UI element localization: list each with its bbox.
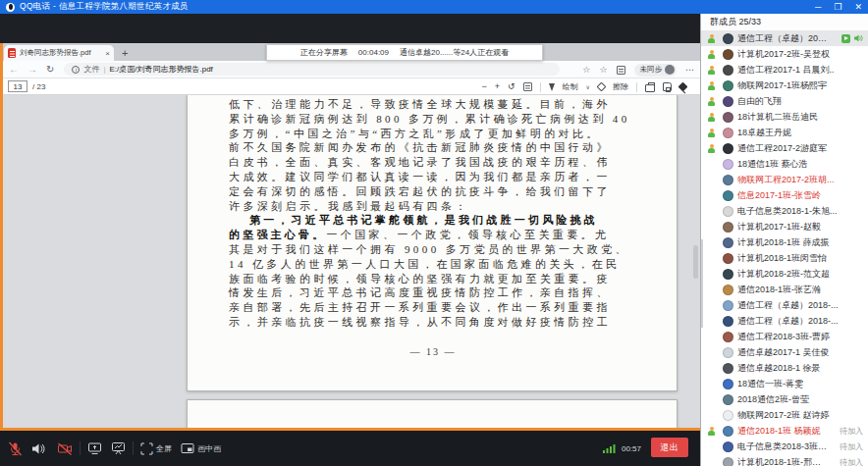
member-row[interactable]: 计算机2018-2班-范文超 [701,266,868,282]
collections-icon[interactable] [617,66,625,75]
avatar [723,237,733,248]
document-line: 的坚强主心骨。一个国家、一个政党，领导核心至关重要。尤 [229,228,645,242]
member-row[interactable]: 通信工程2017-1 吕晨刘.. [701,62,868,78]
microphone-muted-icon[interactable] [8,441,23,456]
picture-in-picture-icon[interactable] [181,442,194,454]
minimize-button[interactable]: ─ [815,0,821,14]
page-number-input[interactable] [8,80,27,92]
maximize-button[interactable]: ❐ [834,0,841,14]
online-status-icon [707,34,716,44]
avatar [723,300,733,311]
avatar [723,222,733,233]
member-row[interactable]: 18卓越王丹妮 [701,125,868,140]
member-row[interactable]: 通信2018-1班 杨颖妮待加入 [701,423,868,439]
member-name: 18通信1班 蔡心浩 [737,158,868,171]
rotate-icon[interactable]: ↺ [508,78,515,95]
zoom-out-icon[interactable]: − [482,78,487,95]
member-row[interactable]: 物联网工程2017-2班胡... [701,172,868,187]
member-row[interactable]: 通信工程2018-3班-曹婷 [701,329,868,344]
screen-share-border-bottom [0,428,700,431]
member-row[interactable]: 2018通信2班-曾莹 [701,391,868,407]
member-row[interactable]: 18计算机二班岳迪民 [701,109,868,125]
avatar [723,143,733,154]
member-row[interactable]: 信息2017-1班-张雪岭 [701,187,868,203]
document-line: 14 亿多人的世界第一人口大国，在国家面临危难的关头，在民 [229,257,645,272]
address-path: E:/桌面/刘奇同志形势报告.pdf [109,64,212,75]
member-row[interactable]: 电子信息类2018-1-朱旭... [701,203,868,219]
eraser-icon[interactable] [597,82,607,92]
member-row[interactable]: 通信工程（卓越）2018-... [701,313,868,329]
member-panel-header: 群成员 25/33 [701,14,868,30]
member-row[interactable]: 计算机2018-1班-邢佳熹待加入 [701,454,868,466]
presenting-icon [841,34,850,43]
draw-chevron-icon[interactable]: ∨ [586,83,590,90]
document-text: 低下、治理能力不足，导致疫情全球大规模蔓延。目前，海外累计确诊新冠病例达到 80… [229,97,645,330]
document-line: 白皮书，全面、真实、客观地记录了我国战疫的艰辛历程、伟 [229,155,645,170]
page-number-label: — 13 — [188,346,678,357]
signal-strength-icon [603,443,617,454]
exit-call-button[interactable]: 退出 [651,438,688,457]
member-name: 18计算机二班岳迪民 [737,111,868,124]
tab-close-icon[interactable]: × [105,49,110,58]
member-row[interactable]: 自由的飞翔 [701,93,868,109]
draw-label[interactable]: 绘制 [563,81,578,92]
member-row[interactable]: 物联网2017-1班杨熙宇 [701,78,868,93]
favorites-bar-icon[interactable]: ☆ [599,65,607,75]
address-bar[interactable]: i 文件 | E:/桌面/刘奇同志形势报告.pdf [64,63,560,76]
member-row[interactable]: 通信工程2017-2游庭军 [701,140,868,156]
share-screen-icon[interactable] [87,441,102,455]
close-button[interactable]: ✕ [854,0,862,14]
qq-logo-icon [6,3,15,12]
favorite-star-icon[interactable]: ☆ [582,65,590,75]
member-row[interactable]: 通信2018-1班-张艺瀚 [701,282,868,297]
member-row[interactable]: 电子信息类2018-3班-肖...待加入 [701,439,868,454]
fit-page-icon[interactable] [523,82,532,91]
whiteboard-icon[interactable] [111,441,126,455]
member-row[interactable]: 物联网2017-2班 赵诗婷 [701,407,868,423]
camera-off-icon[interactable] [57,441,73,456]
zoom-in-icon[interactable]: + [495,78,500,95]
member-list-scrollbar[interactable] [701,239,703,328]
print-icon[interactable] [645,84,655,92]
new-tab-button[interactable]: + [122,45,128,61]
pdf-viewer[interactable]: 低下、治理能力不足，导致疫情全球大规模蔓延。目前，海外累计确诊新冠病例达到 80… [0,95,700,428]
callbar-divider [133,441,134,455]
member-row[interactable]: 计算机2017-2班-吴登权 [701,46,868,62]
tab-pdf[interactable]: 刘奇同志形势报告.pdf × [4,45,114,61]
forward-icon[interactable]: → [27,61,37,78]
screen-share-border-left [0,43,3,431]
member-row[interactable]: 计算机2018-1班 薛成振 [701,234,868,250]
info-icon[interactable]: i [72,66,80,74]
menu-dots-icon[interactable]: ⋯ [685,65,694,75]
member-row[interactable]: 18通信1班 蔡心浩 [701,156,868,172]
speaker-icon[interactable] [30,441,45,456]
member-row[interactable]: 计算机2017-1班-赵毅 [701,219,868,234]
profile-button[interactable]: 未同步 [634,64,678,77]
member-row[interactable]: 通信卓越2018-1 徐景 [701,360,868,376]
online-status-icon [707,129,716,138]
member-name: 通信2018-1班 杨颖妮 [737,425,828,438]
erase-label[interactable]: 擦除 [613,81,628,92]
waiting-to-join-label: 待加入 [840,426,863,437]
draw-pen-icon[interactable] [549,83,555,91]
picture-in-picture-label[interactable]: 画中画 [197,443,221,454]
member-name: 通信工程（卓越）2018-... [737,32,828,45]
pin-toolbar-icon[interactable] [678,82,688,92]
member-row[interactable]: 通信卓越2017-1 吴佳俊 [701,344,868,360]
member-name: 物联网2017-1班杨熙宇 [737,79,868,92]
member-name: 18通信一班-蒋雯 [737,378,868,390]
avatar [723,80,733,91]
member-row[interactable]: 计算机2018-1班闵雪怡 [701,250,868,266]
member-row[interactable]: 通信工程（卓越）2018-... [701,297,868,313]
fullscreen-label[interactable]: 全屏 [156,443,172,454]
save-icon[interactable] [663,82,672,91]
member-row[interactable]: 通信工程（卓越）2018-... [701,30,868,46]
pdf-scrollbar[interactable] [693,245,698,279]
back-icon[interactable]: ← [9,61,19,78]
document-line: 定会有深切的感悟。回顾跌宕起伏的抗疫斗争，给我们留下了 [229,184,645,199]
member-row[interactable]: 18通信一班-蒋雯 [701,376,868,391]
member-name: 通信工程2017-2游庭军 [737,142,868,155]
fullscreen-icon[interactable] [140,442,153,455]
member-name: 计算机2017-1班-赵毅 [737,221,868,233]
refresh-icon[interactable]: ↻ [46,61,54,78]
